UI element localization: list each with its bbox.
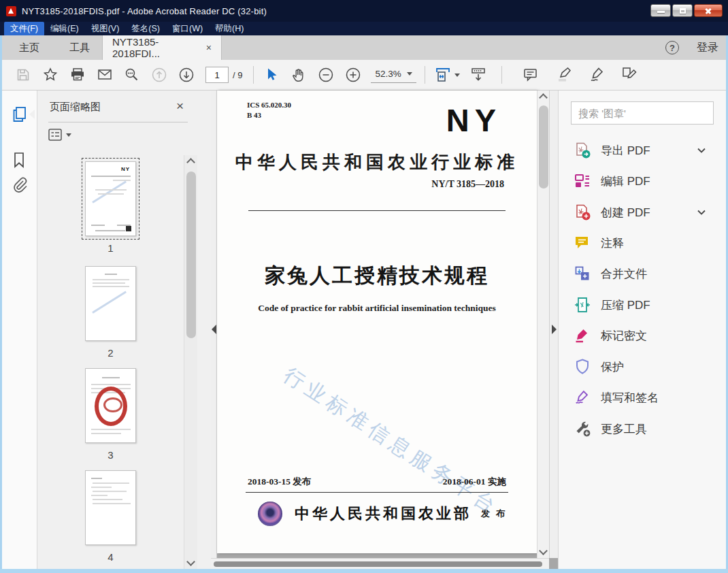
fill-sign-button[interactable]	[616, 63, 644, 87]
scroll-down-icon[interactable]	[539, 546, 548, 555]
edit-pdf-icon	[574, 172, 591, 190]
panel-title: 页面缩略图	[50, 101, 101, 114]
collapse-right-icon[interactable]	[552, 325, 557, 334]
page-thumbnails-panel-button[interactable]	[11, 105, 29, 123]
tool-combine-files[interactable]: 合并文件	[559, 259, 726, 289]
print-button[interactable]	[64, 63, 91, 87]
scrollbar-thumb[interactable]	[186, 171, 196, 338]
toolbar-divider	[253, 66, 254, 84]
thumbnail-page-1[interactable]: NY 1	[85, 161, 136, 254]
menu-bar: 文件(F) 编辑(E) 视图(V) 签名(S) 窗口(W) 帮助(H)	[0, 22, 728, 35]
thumbnail-page-number: 3	[85, 449, 136, 461]
tab-close-icon[interactable]: ×	[206, 42, 212, 53]
sign-tool-button[interactable]	[584, 63, 611, 87]
thumbnail-page-3[interactable]: 3	[85, 368, 136, 461]
zoom-out-button[interactable]	[312, 63, 340, 87]
thumbnail-image	[85, 266, 136, 341]
fountain-pen-icon	[588, 66, 607, 84]
search-icon	[124, 67, 140, 83]
panel-close-icon[interactable]: ×	[176, 99, 184, 114]
zoom-level-dropdown[interactable]: 52.3%	[371, 67, 416, 83]
ics-code: ICS 65.020.30 B 43	[247, 100, 291, 120]
tool-export-pdf[interactable]: 导出 PDF	[559, 135, 726, 165]
fill-sign-pen-icon	[574, 389, 591, 406]
collapse-right-panel-strip[interactable]	[549, 91, 558, 558]
pdf-page-1[interactable]: ICS 65.020.30 B 43 NY 中华人民共和国农业行业标准 NY/T…	[217, 91, 537, 553]
scroll-up-icon[interactable]	[186, 158, 195, 167]
horizontal-rule	[248, 210, 506, 211]
tool-edit-pdf[interactable]: 编辑 PDF	[559, 166, 726, 196]
thumbnail-options-button[interactable]	[48, 129, 71, 141]
search-button[interactable]	[118, 63, 146, 87]
tab-home[interactable]: 主页	[10, 35, 49, 60]
minimize-button[interactable]	[650, 4, 671, 17]
maximize-icon	[680, 8, 686, 14]
save-button[interactable]	[10, 63, 37, 87]
scrollbar-thumb[interactable]	[214, 561, 542, 567]
document-vertical-scrollbar[interactable]	[537, 91, 549, 558]
thumbnail-page-number: 1	[85, 242, 136, 254]
bookmarks-panel-button[interactable]	[11, 151, 29, 169]
red-seal-graphic	[95, 387, 127, 426]
tool-redact[interactable]: 标记密文	[559, 321, 726, 350]
tools-panel: 导出 PDF 编辑 PDF 创建 PDF 注释 合并文件	[558, 91, 726, 569]
star-icon	[42, 67, 59, 83]
menu-help[interactable]: 帮助(H)	[209, 22, 250, 36]
hand-tool-button[interactable]	[285, 63, 312, 87]
favorites-button[interactable]	[37, 63, 64, 87]
help-icon[interactable]: ?	[665, 41, 679, 54]
scrollbar-thumb[interactable]	[539, 105, 548, 189]
close-button[interactable]	[694, 4, 723, 17]
menu-window[interactable]: 窗口(W)	[166, 22, 209, 36]
page-number-input[interactable]	[205, 67, 229, 83]
wrench-plus-icon	[574, 420, 591, 438]
zoom-level-value: 52.3%	[375, 69, 401, 79]
comment-tool-button[interactable]	[517, 63, 544, 87]
scroll-down-icon[interactable]	[186, 557, 195, 566]
window-title: NYT3185-2018FDIS.pdf - Adobe Acrobat Rea…	[22, 6, 267, 16]
collapse-left-icon[interactable]	[212, 325, 216, 334]
document-title-chinese: 家兔人工授精技术规程	[217, 262, 537, 290]
document-horizontal-scrollbar[interactable]	[211, 558, 549, 569]
hand-icon	[291, 67, 307, 83]
thumbnail-page-4[interactable]: 4	[85, 470, 136, 563]
email-button[interactable]	[91, 63, 118, 87]
previous-page-button	[146, 63, 173, 87]
tool-protect[interactable]: 保护	[559, 352, 726, 382]
redact-icon	[574, 327, 591, 344]
tool-compress-pdf[interactable]: 压缩 PDF	[559, 290, 726, 320]
menu-sign[interactable]: 签名(S)	[125, 22, 166, 36]
scroll-up-icon[interactable]	[539, 93, 548, 102]
tools-search-input[interactable]	[571, 101, 714, 125]
minimize-icon	[657, 11, 665, 13]
collapse-left-panel-strip[interactable]	[211, 91, 217, 558]
menu-view[interactable]: 视图(V)	[85, 22, 126, 36]
maximize-button[interactable]	[672, 4, 693, 17]
tool-fill-sign[interactable]: 填写和签名	[559, 382, 726, 412]
tool-more-tools[interactable]: 更多工具	[559, 414, 726, 444]
menu-file[interactable]: 文件(F)	[4, 22, 44, 36]
tab-tools[interactable]: 工具	[60, 35, 99, 60]
thumbnail-page-2[interactable]: 2	[85, 266, 136, 359]
options-list-icon	[48, 129, 62, 141]
active-panel-notch	[29, 110, 35, 119]
thumbnails-scrollbar[interactable]	[184, 155, 197, 569]
zoom-in-button[interactable]	[340, 63, 367, 87]
selection-tool-button[interactable]	[258, 63, 285, 87]
shield-icon	[574, 358, 591, 376]
highlight-tool-button[interactable]	[551, 63, 578, 87]
sign-in-button[interactable]: 登录	[697, 41, 718, 55]
comment-icon	[574, 234, 591, 252]
attachments-panel-button[interactable]	[11, 176, 29, 194]
fit-width-button[interactable]	[429, 63, 465, 87]
tab-document[interactable]: NYT3185-2018FDI... ×	[102, 35, 222, 60]
presentation-mode-button[interactable]	[465, 63, 492, 87]
next-page-button[interactable]	[173, 63, 200, 87]
bookmark-icon	[11, 151, 27, 169]
tool-comment[interactable]: 注释	[559, 228, 726, 258]
implement-date: 2018-06-01 实施	[443, 476, 506, 488]
tool-create-pdf[interactable]: 创建 PDF	[559, 197, 726, 227]
fit-width-icon	[434, 66, 452, 84]
menu-edit[interactable]: 编辑(E)	[44, 22, 85, 36]
save-icon	[16, 67, 31, 82]
